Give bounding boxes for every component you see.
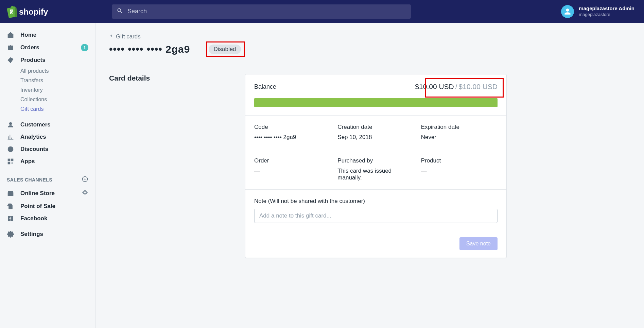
note-input[interactable]: [254, 209, 498, 223]
sidebar-item-pos[interactable]: Point of Sale: [0, 200, 95, 212]
card-footer: Save note: [245, 231, 506, 258]
settings-icon: [7, 231, 14, 238]
product-value: —: [421, 168, 498, 174]
purchased-by-value: This card was issued manually.: [337, 168, 414, 181]
balance-current: $10.00 USD: [415, 83, 454, 90]
search-icon: [117, 7, 123, 16]
user-text: mageplazastore Admin mageplazastore: [579, 5, 634, 17]
card-details-card: Balance $10.00 USD/$10.00 USD Code: [245, 74, 507, 258]
user-menu[interactable]: mageplazastore Admin mageplazastore: [553, 5, 644, 18]
svg-point-5: [10, 122, 12, 125]
sidebar-item-label: Apps: [20, 158, 35, 165]
shopify-logo[interactable]: S shopify: [6, 5, 50, 18]
view-icon[interactable]: [82, 189, 88, 197]
code-label: Code: [254, 124, 331, 131]
pos-icon: [7, 203, 14, 210]
page-title-row: •••• •••• •••• 2ga9 Disabled: [109, 41, 630, 57]
main-content: Gift cards •••• •••• •••• 2ga9 Disabled …: [95, 23, 644, 328]
sidebar-item-label: Products: [20, 57, 46, 64]
online-store-icon: [7, 190, 14, 197]
svg-text:shopify: shopify: [19, 7, 48, 16]
note-section: Note (Will not be shared with the custom…: [245, 190, 506, 231]
sidebar-item-label: Facebook: [20, 215, 47, 222]
sidebar-item-customers[interactable]: Customers: [0, 119, 95, 131]
svg-rect-8: [11, 159, 13, 161]
expiration-date-value: Never: [421, 134, 498, 141]
avatar: [561, 5, 574, 18]
apps-icon: [7, 158, 14, 165]
add-channel-icon[interactable]: [82, 176, 88, 184]
note-label: Note (Will not be shared with the custom…: [254, 198, 498, 205]
svg-text:S: S: [10, 10, 13, 15]
sales-channels-header: SALES CHANNELS: [0, 168, 95, 186]
discounts-icon: [7, 146, 14, 153]
breadcrumb[interactable]: Gift cards: [109, 33, 630, 40]
balance-original: $10.00 USD: [459, 83, 498, 90]
balance-progress-bar: [254, 98, 498, 107]
code-value: •••• •••• •••• 2ga9: [254, 134, 331, 141]
sidebar-item-label: Discounts: [20, 146, 48, 153]
save-note-button[interactable]: Save note: [459, 237, 498, 250]
creation-date-value: Sep 10, 2018: [337, 134, 414, 141]
chevron-left-icon: [109, 33, 113, 40]
sidebar-sub-collections[interactable]: Collections: [0, 95, 95, 104]
orders-badge: 1: [81, 44, 88, 51]
sidebar-sub-transfers[interactable]: Transfers: [0, 76, 95, 85]
sidebar-item-label: Analytics: [20, 134, 46, 140]
sidebar: Home Orders 1 Products All products Tran…: [0, 23, 95, 328]
sidebar-item-label: Customers: [20, 121, 51, 128]
svg-rect-7: [8, 159, 10, 161]
facebook-icon: [7, 215, 14, 222]
topbar: S shopify mageplazastore Admin mageplaza…: [0, 0, 644, 23]
sidebar-item-analytics[interactable]: Analytics: [0, 131, 95, 143]
sidebar-item-label: Settings: [20, 231, 43, 238]
sidebar-item-label: Online Store: [20, 190, 55, 197]
page-title: •••• •••• •••• 2ga9: [109, 44, 190, 55]
sidebar-item-online-store[interactable]: Online Store: [0, 186, 95, 200]
sidebar-sub-gift-cards[interactable]: Gift cards: [0, 104, 95, 114]
user-name: mageplazastore Admin: [579, 5, 634, 12]
expiration-date-label: Expiration date: [421, 124, 498, 131]
sidebar-item-apps[interactable]: Apps: [0, 155, 95, 168]
purchased-by-label: Purchased by: [337, 157, 414, 164]
sidebar-item-facebook[interactable]: Facebook: [0, 212, 95, 225]
sidebar-item-label: Point of Sale: [20, 203, 55, 210]
logo-area: S shopify: [0, 0, 100, 23]
sidebar-item-discounts[interactable]: Discounts: [0, 143, 95, 155]
search-area: [100, 0, 553, 23]
balance-value: $10.00 USD/$10.00 USD: [415, 83, 498, 91]
orders-icon: [7, 44, 14, 51]
sidebar-item-home[interactable]: Home: [0, 29, 95, 41]
order-purchase-section: Order — Purchased by This card was issue…: [245, 149, 506, 190]
card-details-label: Card details: [109, 74, 235, 82]
sidebar-item-products[interactable]: Products: [0, 54, 95, 66]
home-icon: [7, 32, 14, 38]
search-input[interactable]: [127, 8, 406, 15]
sidebar-item-label: Orders: [20, 44, 39, 51]
sidebar-item-orders[interactable]: Orders 1: [0, 41, 95, 54]
sidebar-sub-inventory[interactable]: Inventory: [0, 85, 95, 95]
status-highlight-annotation: Disabled: [206, 41, 244, 57]
order-label: Order: [254, 157, 331, 164]
balance-label: Balance: [254, 83, 276, 90]
search-box[interactable]: [112, 4, 411, 19]
store-name: mageplazastore: [579, 12, 634, 17]
sidebar-item-label: Home: [20, 32, 36, 38]
analytics-icon: [7, 134, 14, 140]
sidebar-item-settings[interactable]: Settings: [0, 228, 95, 240]
status-badge: Disabled: [209, 45, 241, 54]
balance-section: Balance $10.00 USD/$10.00 USD: [245, 74, 506, 116]
product-label: Product: [421, 157, 498, 164]
svg-rect-9: [8, 162, 10, 164]
breadcrumb-label: Gift cards: [116, 33, 141, 40]
order-value: —: [254, 168, 331, 174]
sidebar-sub-all-products[interactable]: All products: [0, 66, 95, 76]
creation-date-label: Creation date: [337, 124, 414, 131]
sales-channels-label: SALES CHANNELS: [7, 177, 52, 183]
code-date-section: Code •••• •••• •••• 2ga9 Creation date S…: [245, 116, 506, 149]
svg-point-4: [9, 59, 10, 60]
customers-icon: [7, 121, 14, 128]
products-icon: [7, 57, 14, 64]
